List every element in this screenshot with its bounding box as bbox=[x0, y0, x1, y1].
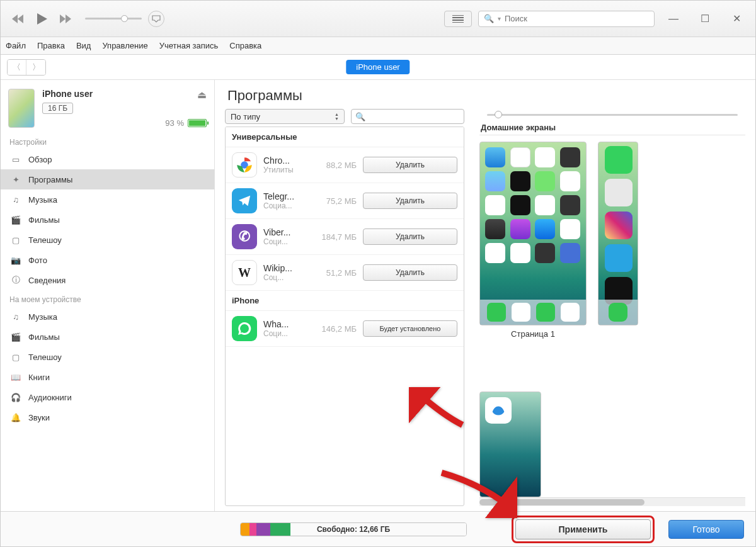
app-row[interactable]: W Wikip...Соц... 51,2 МБ Удалить bbox=[226, 255, 464, 291]
app-size: 146,2 МБ bbox=[312, 324, 357, 334]
nav-forward-button[interactable]: 〉 bbox=[26, 60, 45, 75]
apps-icon: ✦ bbox=[9, 173, 22, 186]
viber-icon: ✆ bbox=[232, 224, 257, 249]
sidebar-section-settings: Настройки bbox=[1, 133, 214, 149]
horizontal-scrollbar[interactable] bbox=[479, 497, 745, 506]
apply-button[interactable]: Применить bbox=[515, 519, 651, 539]
eject-button[interactable]: ⏏ bbox=[197, 89, 207, 101]
airplay-button[interactable] bbox=[148, 11, 164, 27]
sidebar-item-label: Фильмы bbox=[28, 215, 60, 225]
app-name: Telegr... bbox=[263, 191, 306, 201]
search-box[interactable]: 🔍 ▾ bbox=[478, 11, 655, 27]
app-size: 75,2 МБ bbox=[312, 196, 357, 206]
list-view-button[interactable] bbox=[444, 11, 472, 27]
sidebar-item-overview[interactable]: ▭Обзор bbox=[1, 149, 214, 169]
done-button[interactable]: Готово bbox=[668, 520, 744, 539]
sidebar-ondevice-tones[interactable]: 🔔Звуки bbox=[1, 407, 214, 427]
sidebar-item-label: Аудиокниги bbox=[28, 393, 72, 402]
sidebar: iPhone user 16 ГБ ⏏ 93 % Настройки ▭Обзо… bbox=[1, 80, 215, 511]
settings-icon bbox=[535, 243, 555, 263]
app-search-input[interactable] bbox=[365, 112, 460, 121]
sidebar-item-label: Сведения bbox=[28, 276, 66, 285]
menu-help[interactable]: Справка bbox=[229, 41, 261, 50]
prev-track-button[interactable] bbox=[7, 10, 30, 28]
menu-view[interactable]: Вид bbox=[76, 41, 91, 50]
device-tab[interactable]: iPhone user bbox=[346, 60, 410, 74]
device-thumbnail bbox=[8, 89, 35, 128]
audiobooks-icon: 🎧 bbox=[9, 391, 22, 403]
sidebar-item-label: Музыка bbox=[28, 195, 57, 205]
chrome-icon bbox=[232, 152, 257, 178]
messages-icon bbox=[536, 303, 555, 322]
books-icon: 📖 bbox=[9, 371, 22, 383]
app-category: Соци... bbox=[263, 237, 306, 246]
instagram-icon bbox=[605, 211, 633, 239]
app-category: Соци... bbox=[263, 329, 306, 338]
chrome-dock-icon bbox=[561, 303, 580, 322]
app-section-iphone: iPhone bbox=[226, 291, 464, 311]
app-install-button[interactable]: Будет установлено bbox=[363, 320, 457, 337]
home-screen-page1[interactable] bbox=[479, 142, 587, 325]
apply-button-highlight: Применить bbox=[512, 516, 655, 543]
menu-controls[interactable]: Управление bbox=[102, 41, 147, 50]
movies-icon: 🎬 bbox=[9, 330, 22, 343]
ibooks-icon bbox=[560, 219, 580, 239]
app-size: 184,7 МБ bbox=[312, 232, 357, 242]
sidebar-ondevice-audiobooks[interactable]: 🎧Аудиокниги bbox=[1, 387, 214, 407]
app-search-box[interactable]: 🔍 bbox=[351, 109, 464, 124]
folder-icon bbox=[560, 243, 580, 263]
sidebar-ondevice-tv[interactable]: ▢Телешоу bbox=[1, 347, 214, 367]
sidebar-ondevice-books[interactable]: 📖Книги bbox=[1, 367, 214, 387]
app-row[interactable]: ✆ Viber...Соци... 184,7 МБ Удалить bbox=[226, 219, 464, 255]
close-button[interactable]: ✕ bbox=[724, 12, 749, 26]
app-size: 88,2 МБ bbox=[312, 161, 357, 170]
sidebar-ondevice-music[interactable]: ♫Музыка bbox=[1, 307, 214, 327]
apps-list[interactable]: Универсальные Chro...Утилиты 88,2 МБ Уда… bbox=[225, 127, 464, 506]
nav-back-button[interactable]: 〈 bbox=[8, 60, 26, 75]
app-remove-button[interactable]: Удалить bbox=[363, 264, 457, 281]
health-icon bbox=[485, 243, 505, 263]
overview-icon: ▭ bbox=[9, 153, 22, 166]
sidebar-item-tv[interactable]: ▢Телешоу bbox=[1, 230, 214, 250]
app-row[interactable]: Wha...Соци... 146,2 МБ Будет установлено bbox=[226, 311, 464, 347]
sidebar-ondevice-movies[interactable]: 🎬Фильмы bbox=[1, 327, 214, 347]
minimize-button[interactable]: — bbox=[661, 12, 686, 26]
sidebar-item-music[interactable]: ♫Музыка bbox=[1, 189, 214, 210]
calendar-icon bbox=[510, 147, 530, 167]
appstore-icon bbox=[535, 219, 555, 239]
zoom-slider[interactable] bbox=[479, 109, 745, 120]
search-input[interactable] bbox=[505, 14, 649, 23]
music-icon: ♫ bbox=[9, 310, 22, 323]
play-button[interactable] bbox=[31, 10, 54, 28]
itunes-icon bbox=[510, 219, 530, 239]
menu-edit[interactable]: Правка bbox=[37, 41, 65, 50]
maximize-button[interactable]: ☐ bbox=[692, 12, 718, 26]
sidebar-item-movies[interactable]: 🎬Фильмы bbox=[1, 210, 214, 230]
mail-icon bbox=[485, 147, 505, 167]
screens-title: Домашние экраны bbox=[479, 120, 745, 135]
app-row[interactable]: Chro...Утилиты 88,2 МБ Удалить bbox=[226, 147, 464, 183]
music-icon: ♫ bbox=[9, 193, 22, 206]
app-row[interactable]: Telegr...Социа... 75,2 МБ Удалить bbox=[226, 183, 464, 219]
sidebar-item-apps[interactable]: ✦Программы bbox=[1, 169, 214, 189]
menu-account[interactable]: Учетная запись bbox=[159, 41, 219, 50]
home-screen-page2-partial[interactable] bbox=[598, 142, 638, 325]
next-track-button[interactable] bbox=[55, 10, 77, 28]
sidebar-item-label: Телешоу bbox=[28, 352, 62, 362]
app-remove-button[interactable]: Удалить bbox=[363, 157, 457, 173]
sidebar-item-info[interactable]: ⓘСведения bbox=[1, 270, 214, 290]
app-remove-button[interactable]: Удалить bbox=[363, 228, 457, 245]
telegram-home-icon bbox=[605, 244, 633, 272]
home-screen-new[interactable] bbox=[479, 392, 541, 497]
sidebar-item-label: Телешоу bbox=[28, 235, 62, 245]
home-icon bbox=[510, 243, 530, 263]
app-category: Соц... bbox=[263, 273, 306, 282]
menu-file[interactable]: Файл bbox=[6, 41, 26, 50]
sort-dropdown[interactable]: По типу ▲▼ bbox=[225, 109, 345, 124]
sidebar-item-photos[interactable]: 📷Фото bbox=[1, 250, 214, 270]
photos-icon bbox=[535, 147, 555, 167]
sidebar-item-label: Программы bbox=[28, 175, 72, 184]
app-category: Утилиты bbox=[263, 166, 306, 174]
volume-slider[interactable] bbox=[85, 18, 142, 20]
app-remove-button[interactable]: Удалить bbox=[363, 193, 457, 209]
